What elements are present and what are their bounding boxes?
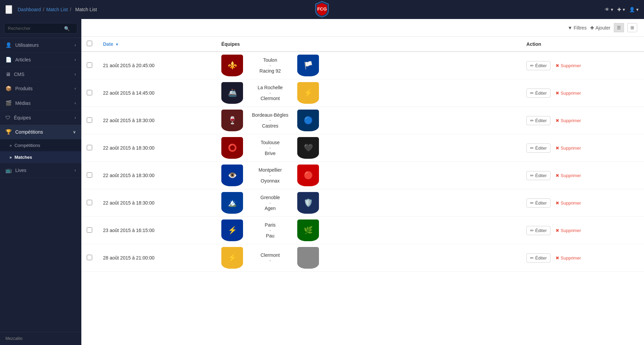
delete-button[interactable]: ✖ Supprimer — [552, 226, 585, 235]
search-box: 🔍 — [0, 19, 81, 38]
breadcrumb: Dashboard / Match List / Match List — [18, 7, 99, 12]
delete-button[interactable]: ✖ Supprimer — [552, 61, 585, 70]
user-toggle-button[interactable]: 👤 ▾ — [629, 7, 639, 12]
team-names: Toulouse-Brive — [250, 140, 290, 156]
sidebar-item-competitions[interactable]: 🏆 Compétitions ∨ — [0, 125, 81, 139]
select-all-checkbox[interactable] — [87, 41, 92, 46]
team2-logo: 🏳️ — [297, 55, 319, 76]
col-date: Date ▾ — [98, 37, 216, 52]
delete-button[interactable]: ✖ Supprimer — [552, 253, 585, 263]
edit-button[interactable]: ✏ Éditer — [526, 171, 550, 180]
row-checkbox[interactable] — [87, 145, 92, 150]
pencil-icon: ✏ — [530, 228, 534, 233]
breadcrumb-matchlist[interactable]: Match List — [46, 7, 68, 12]
row-checkbox[interactable] — [87, 255, 92, 260]
sort-date-button[interactable]: Date ▾ — [103, 41, 118, 47]
add-toggle-button[interactable]: ✚ ▾ — [617, 7, 625, 12]
add-button[interactable]: ✚ Ajouter — [590, 25, 610, 31]
delete-button[interactable]: ✖ Supprimer — [552, 143, 585, 153]
row-date: 28 août 2015 à 21:00:00 — [98, 244, 216, 272]
edit-button[interactable]: ✏ Éditer — [526, 89, 550, 98]
edit-button[interactable]: ✏ Éditer — [526, 198, 550, 208]
row-checkbox-cell — [81, 134, 98, 162]
team-names: Clermont- — [250, 252, 290, 263]
row-teams: 🍷Bordeaux-Bègles-Castres🔵 — [216, 107, 521, 134]
chevron-icon: ‹ — [75, 86, 76, 91]
chevron-icon: ‹ — [75, 57, 76, 62]
edit-button[interactable]: ✏ Éditer — [526, 253, 550, 263]
delete-button[interactable]: ✖ Supprimer — [552, 89, 585, 98]
view-toggle-button[interactable]: 👁 ▾ — [605, 7, 613, 12]
team2-logo — [297, 247, 319, 269]
col-checkbox — [81, 37, 98, 52]
team2-logo: 🖤 — [297, 137, 319, 159]
pencil-icon: ✏ — [530, 255, 534, 261]
chevron-down-icon: ∨ — [73, 130, 76, 134]
sidebar-item-cms[interactable]: 🖥 CMS ‹ — [0, 67, 81, 81]
delete-icon: ✖ — [556, 200, 559, 206]
team-names: Montpellier-Oyonnax — [250, 167, 290, 184]
subitem-label: Compétitions — [15, 143, 40, 148]
competitions-submenu: Compétitions Matches — [0, 139, 81, 163]
row-teams: ⚡Clermont- — [216, 244, 521, 272]
view-list-button[interactable]: ☰ — [614, 23, 624, 32]
delete-icon: ✖ — [556, 228, 559, 233]
delete-icon: ✖ — [556, 255, 559, 261]
grid-icon: ⊞ — [630, 25, 634, 30]
edit-button[interactable]: ✏ Éditer — [526, 61, 550, 70]
sidebar-item-label: Produits — [15, 86, 33, 91]
table-container: Date ▾ Équipes Action 21 août 2015 à 20 — [81, 37, 644, 345]
delete-icon: ✖ — [556, 91, 559, 96]
breadcrumb-dashboard[interactable]: Dashboard — [18, 7, 41, 12]
row-checkbox-cell — [81, 52, 98, 79]
row-actions: ✏ Éditer✖ Supprimer — [521, 107, 644, 134]
row-checkbox-cell — [81, 79, 98, 107]
delete-icon: ✖ — [556, 146, 559, 151]
sidebar-item-utilisateurs[interactable]: 👤 Utilisateurs ‹ — [0, 38, 81, 53]
sidebar-item-equipes[interactable]: 🛡 Équipes ‹ — [0, 111, 81, 125]
pencil-icon: ✏ — [530, 200, 534, 206]
team2-logo: 🔵 — [297, 110, 319, 131]
row-teams: 🏔️Grenoble-Agen🛡️ — [216, 189, 521, 217]
team-names: Paris-Pau — [250, 222, 290, 238]
delete-button[interactable]: ✖ Supprimer — [552, 198, 585, 208]
svg-text:FCG: FCG — [317, 6, 327, 12]
team1-logo: ⚡ — [221, 247, 243, 269]
articles-icon: 📄 — [5, 57, 12, 63]
row-checkbox[interactable] — [87, 200, 92, 205]
edit-button[interactable]: ✏ Éditer — [526, 143, 550, 153]
row-checkbox[interactable] — [87, 90, 92, 95]
search-button[interactable]: 🔍 — [64, 26, 70, 31]
main-content: ▼ Filtres ✚ Ajouter ☰ ⊞ — [81, 19, 644, 345]
toolbar: ▼ Filtres ✚ Ajouter ☰ ⊞ — [81, 19, 644, 37]
edit-button[interactable]: ✏ Éditer — [526, 116, 550, 125]
sidebar-subitem-competitions[interactable]: Compétitions — [0, 139, 81, 151]
sidebar-item-medias[interactable]: 🎬 Médias ‹ — [0, 96, 81, 111]
col-action: Action — [521, 37, 644, 52]
sidebar-subitem-matches[interactable]: Matches — [0, 151, 81, 163]
team-names: Bordeaux-Bègles-Castres — [250, 112, 290, 129]
sidebar-item-label: Utilisateurs — [15, 42, 39, 48]
delete-button[interactable]: ✖ Supprimer — [552, 116, 585, 125]
table-row: 22 août 2015 à 14:45:00🚢La Rochelle-Cler… — [81, 79, 644, 107]
row-date: 22 août 2015 à 14:45:00 — [98, 79, 216, 107]
edit-button[interactable]: ✏ Éditer — [526, 226, 550, 235]
sidebar-item-articles[interactable]: 📄 Articles ‹ — [0, 53, 81, 67]
view-grid-button[interactable]: ⊞ — [627, 23, 637, 32]
sidebar-item-lives[interactable]: 📺 Lives ‹ — [0, 163, 81, 178]
row-checkbox[interactable] — [87, 227, 92, 233]
filter-button[interactable]: ▼ Filtres — [568, 25, 587, 31]
table-row: 22 août 2015 à 18:30:00🍷Bordeaux-Bègles-… — [81, 107, 644, 134]
sort-arrow-icon: ▾ — [116, 42, 118, 47]
row-checkbox[interactable] — [87, 117, 92, 123]
sidebar-item-label: Lives — [15, 168, 26, 173]
sidebar: 🔍 👤 Utilisateurs ‹ 📄 Articles ‹ 🖥 CMS ‹ … — [0, 19, 81, 345]
sidebar-item-produits[interactable]: 📦 Produits ‹ — [0, 81, 81, 96]
delete-button[interactable]: ✖ Supprimer — [552, 171, 585, 180]
cms-icon: 🖥 — [5, 71, 11, 77]
hamburger-button[interactable]: ☰ — [5, 5, 12, 14]
equipes-icon: 🛡 — [5, 115, 11, 120]
row-checkbox[interactable] — [87, 62, 92, 68]
sidebar-item-label: Équipes — [14, 115, 31, 120]
row-checkbox[interactable] — [87, 172, 92, 178]
